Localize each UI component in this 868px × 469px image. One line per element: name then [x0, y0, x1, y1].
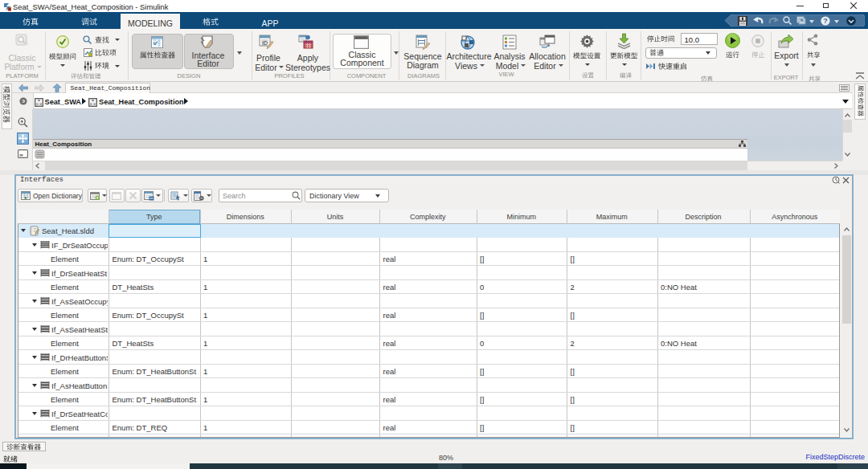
svg-text:?: ? — [823, 17, 828, 25]
svg-text:ID: ID — [262, 40, 268, 46]
